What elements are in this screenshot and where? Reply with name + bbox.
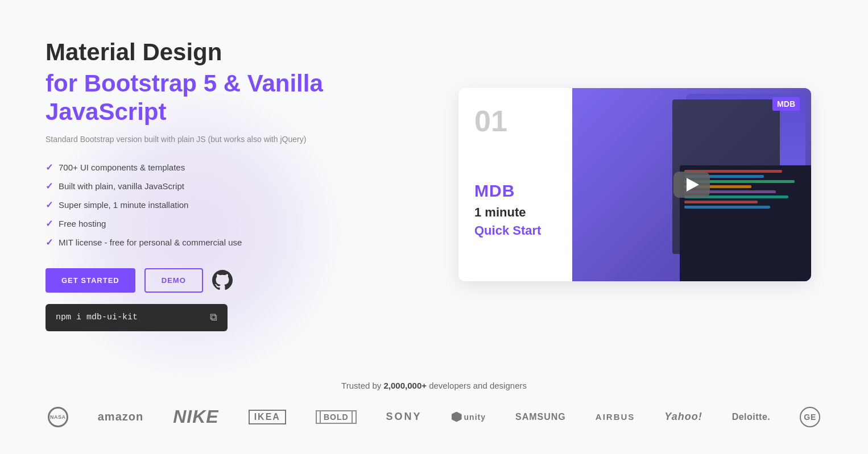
- github-icon[interactable]: [212, 270, 233, 290]
- logo-samsung: SAMSUNG: [515, 412, 566, 422]
- trusted-text-before: Trusted by: [341, 381, 383, 390]
- logo-ge: GE: [800, 407, 820, 427]
- video-label: Quick Start: [474, 223, 556, 238]
- feature-item: ✓700+ UI components & templates: [46, 162, 436, 173]
- logo-yahoo: Yahoo!: [664, 411, 702, 423]
- video-brand: MDB: [474, 181, 556, 201]
- trusted-section: Trusted by 2,000,000+ developers and des…: [0, 358, 868, 444]
- trusted-highlight: 2,000,000+: [384, 381, 427, 390]
- feature-text: MIT license - free for personal & commer…: [59, 238, 242, 247]
- logo-bold: BOLD: [316, 410, 357, 424]
- logo-unity: unity: [452, 412, 486, 422]
- logo-deloitte: Deloitte.: [732, 412, 771, 422]
- logo-amazon: amazon: [98, 410, 143, 423]
- feature-text: Free hosting: [59, 219, 106, 228]
- logo-ikea: IKEA: [249, 410, 286, 424]
- hero-left: Material Design for Bootstrap 5 & Vanill…: [46, 38, 436, 331]
- trusted-text-after: developers and designers: [427, 381, 527, 390]
- code-snippet: npm i mdb-ui-kit: [56, 313, 138, 322]
- logo-airbus: AIRBUS: [596, 412, 635, 422]
- check-icon: ✓: [46, 199, 53, 210]
- logo-nike: NIKE: [173, 406, 218, 427]
- video-number: 01: [474, 106, 556, 136]
- video-right[interactable]: MDB: [572, 88, 811, 281]
- play-button[interactable]: [673, 172, 710, 198]
- video-play-overlay[interactable]: [572, 88, 811, 281]
- trusted-text: Trusted by 2,000,000+ developers and des…: [0, 381, 868, 390]
- logo-bold-text: BOLD: [320, 410, 353, 424]
- video-left: 01 MDB 1 minute Quick Start: [458, 88, 572, 281]
- hero-subtitle: Standard Bootstrap version built with pl…: [46, 135, 436, 144]
- hero-right: 01 MDB 1 minute Quick Start: [458, 88, 822, 281]
- feature-item: ✓Super simple, 1 minute installation: [46, 199, 436, 210]
- check-icon: ✓: [46, 218, 53, 229]
- feature-item: ✓Built with plain, vanilla JavaScript: [46, 181, 436, 191]
- unity-label: unity: [464, 413, 486, 422]
- feature-item: ✓MIT license - free for personal & comme…: [46, 237, 436, 248]
- button-row: GET STARTED DEMO: [46, 268, 436, 293]
- logo-nasa: NASA: [48, 407, 68, 427]
- feature-list: ✓700+ UI components & templates✓Built wi…: [46, 162, 436, 248]
- code-block: npm i mdb-ui-kit ⧉: [46, 304, 228, 331]
- feature-item: ✓Free hosting: [46, 218, 436, 229]
- unity-cube-icon: [452, 412, 462, 422]
- logo-sony: SONY: [386, 411, 422, 423]
- copy-icon[interactable]: ⧉: [210, 312, 217, 323]
- feature-text: 700+ UI components & templates: [59, 163, 185, 172]
- get-started-button[interactable]: GET STARTED: [46, 268, 135, 293]
- video-duration: 1 minute: [474, 205, 556, 220]
- check-icon: ✓: [46, 162, 53, 173]
- video-card: 01 MDB 1 minute Quick Start: [458, 88, 811, 281]
- hero-section: Material Design for Bootstrap 5 & Vanill…: [0, 0, 868, 358]
- check-icon: ✓: [46, 181, 53, 191]
- logos-row: NASA amazon NIKE IKEA BOLD SONY unity SA…: [0, 406, 868, 427]
- feature-text: Built with plain, vanilla JavaScript: [59, 181, 184, 191]
- hero-title-line1: Material Design: [46, 38, 436, 66]
- mdb-logo-badge: MDB: [772, 97, 800, 111]
- hero-title-line2: for Bootstrap 5 & Vanilla JavaScript: [46, 69, 436, 127]
- demo-button[interactable]: DEMO: [144, 268, 203, 293]
- play-icon: [687, 178, 699, 191]
- check-icon: ✓: [46, 237, 53, 248]
- nasa-emblem: NASA: [48, 407, 68, 427]
- feature-text: Super simple, 1 minute installation: [59, 200, 188, 210]
